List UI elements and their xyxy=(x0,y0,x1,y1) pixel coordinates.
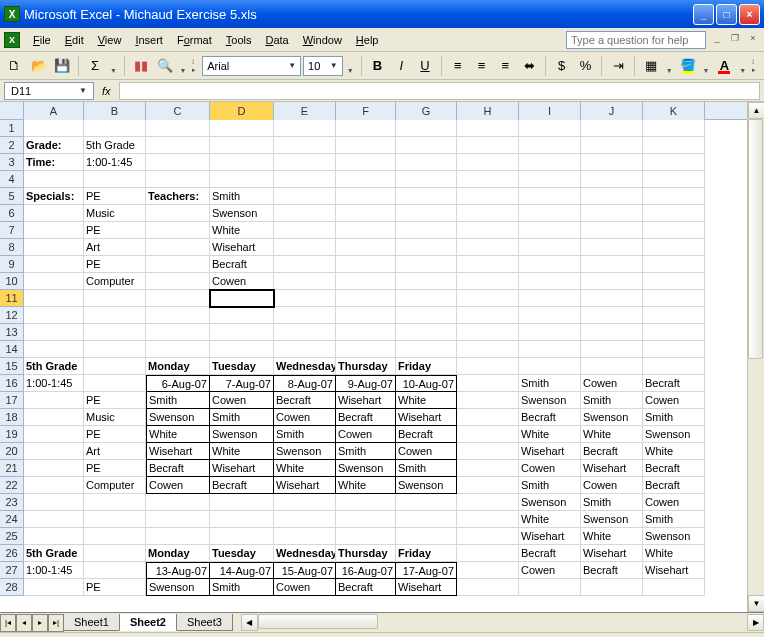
font-name-select[interactable]: Arial▼ xyxy=(202,56,301,76)
cell-J7[interactable] xyxy=(581,222,643,239)
cell-K4[interactable] xyxy=(643,171,705,188)
row-header-9[interactable]: 9 xyxy=(0,256,24,273)
cell-E11[interactable] xyxy=(274,290,336,307)
cell-H21[interactable] xyxy=(457,460,519,477)
cell-J20[interactable]: Becraft xyxy=(581,443,643,460)
save-button[interactable]: 💾 xyxy=(52,55,74,77)
cell-H16[interactable] xyxy=(457,375,519,392)
row-header-23[interactable]: 23 xyxy=(0,494,24,511)
col-header-I[interactable]: I xyxy=(519,102,581,120)
cell-D8[interactable]: Wisehart xyxy=(210,239,274,256)
cell-E7[interactable] xyxy=(274,222,336,239)
chart-button[interactable]: ▮▮ xyxy=(130,55,152,77)
cell-J23[interactable]: Smith xyxy=(581,494,643,511)
cell-C13[interactable] xyxy=(146,324,210,341)
cell-K24[interactable]: Smith xyxy=(643,511,705,528)
cell-F22[interactable]: White xyxy=(336,477,396,494)
row-header-22[interactable]: 22 xyxy=(0,477,24,494)
cell-C27[interactable]: 13-Aug-07 xyxy=(146,562,210,579)
cell-I22[interactable]: Smith xyxy=(519,477,581,494)
cell-C3[interactable] xyxy=(146,154,210,171)
cell-F12[interactable] xyxy=(336,307,396,324)
cell-H8[interactable] xyxy=(457,239,519,256)
autosum-button[interactable]: Σ xyxy=(84,55,106,77)
cell-K10[interactable] xyxy=(643,273,705,290)
cell-K19[interactable]: Swenson xyxy=(643,426,705,443)
cell-H9[interactable] xyxy=(457,256,519,273)
cell-H26[interactable] xyxy=(457,545,519,562)
cell-A24[interactable] xyxy=(24,511,84,528)
scroll-up-button[interactable]: ▲ xyxy=(748,102,764,119)
cell-F28[interactable]: Becraft xyxy=(336,579,396,596)
maximize-button[interactable]: □ xyxy=(716,4,737,25)
cell-J24[interactable]: Swenson xyxy=(581,511,643,528)
cell-F20[interactable]: Smith xyxy=(336,443,396,460)
cell-E17[interactable]: Becraft xyxy=(274,392,336,409)
cell-J2[interactable] xyxy=(581,137,643,154)
cell-C15[interactable]: Monday xyxy=(146,358,210,375)
tab-prev-button[interactable]: ◂ xyxy=(16,614,32,632)
cell-H3[interactable] xyxy=(457,154,519,171)
row-header-12[interactable]: 12 xyxy=(0,307,24,324)
cell-G22[interactable]: Swenson xyxy=(396,477,457,494)
cell-F25[interactable] xyxy=(336,528,396,545)
cell-A8[interactable] xyxy=(24,239,84,256)
indent-button[interactable]: ⇥ xyxy=(607,55,629,77)
row-header-11[interactable]: 11 xyxy=(0,290,24,307)
col-header-J[interactable]: J xyxy=(581,102,643,120)
cell-K1[interactable] xyxy=(643,120,705,137)
cell-F7[interactable] xyxy=(336,222,396,239)
cell-I21[interactable]: Cowen xyxy=(519,460,581,477)
cell-D26[interactable]: Tuesday xyxy=(210,545,274,562)
cell-B18[interactable]: Music xyxy=(84,409,146,426)
cell-H7[interactable] xyxy=(457,222,519,239)
row-header-6[interactable]: 6 xyxy=(0,205,24,222)
cell-H19[interactable] xyxy=(457,426,519,443)
cell-K16[interactable]: Becraft xyxy=(643,375,705,392)
cell-B21[interactable]: PE xyxy=(84,460,146,477)
row-header-28[interactable]: 28 xyxy=(0,579,24,596)
toolbar-options[interactable]: ⁞▸ xyxy=(190,58,200,74)
cell-H2[interactable] xyxy=(457,137,519,154)
cell-J19[interactable]: White xyxy=(581,426,643,443)
cell-H23[interactable] xyxy=(457,494,519,511)
cell-G3[interactable] xyxy=(396,154,457,171)
cell-F26[interactable]: Thursday xyxy=(336,545,396,562)
cell-H10[interactable] xyxy=(457,273,519,290)
vertical-scrollbar[interactable]: ▲ ▼ xyxy=(747,102,764,612)
cell-B14[interactable] xyxy=(84,341,146,358)
cell-J11[interactable] xyxy=(581,290,643,307)
cell-B13[interactable] xyxy=(84,324,146,341)
cell-F4[interactable] xyxy=(336,171,396,188)
borders-button[interactable]: ▦ xyxy=(640,55,662,77)
cell-E28[interactable]: Cowen xyxy=(274,579,336,596)
cell-J1[interactable] xyxy=(581,120,643,137)
cell-E13[interactable] xyxy=(274,324,336,341)
font-more[interactable]: ▼ xyxy=(345,67,356,74)
cell-D4[interactable] xyxy=(210,171,274,188)
cell-K27[interactable]: Wisehart xyxy=(643,562,705,579)
cell-E26[interactable]: Wednesday xyxy=(274,545,336,562)
row-header-1[interactable]: 1 xyxy=(0,120,24,137)
cell-A6[interactable] xyxy=(24,205,84,222)
cell-G13[interactable] xyxy=(396,324,457,341)
font-color-button[interactable]: A xyxy=(713,55,735,77)
cell-F15[interactable]: Thursday xyxy=(336,358,396,375)
cell-I9[interactable] xyxy=(519,256,581,273)
row-header-24[interactable]: 24 xyxy=(0,511,24,528)
cell-D19[interactable]: Swenson xyxy=(210,426,274,443)
cell-H6[interactable] xyxy=(457,205,519,222)
cell-H28[interactable] xyxy=(457,579,519,596)
cell-C12[interactable] xyxy=(146,307,210,324)
cell-G25[interactable] xyxy=(396,528,457,545)
cell-E12[interactable] xyxy=(274,307,336,324)
cell-B24[interactable] xyxy=(84,511,146,528)
cell-G7[interactable] xyxy=(396,222,457,239)
align-center-button[interactable]: ≡ xyxy=(471,55,493,77)
cell-D17[interactable]: Cowen xyxy=(210,392,274,409)
cell-E22[interactable]: Wisehart xyxy=(274,477,336,494)
cell-J26[interactable]: Wisehart xyxy=(581,545,643,562)
menu-window[interactable]: Window xyxy=(296,31,349,49)
doc-close-button[interactable]: × xyxy=(746,33,760,47)
cell-D18[interactable]: Smith xyxy=(210,409,274,426)
